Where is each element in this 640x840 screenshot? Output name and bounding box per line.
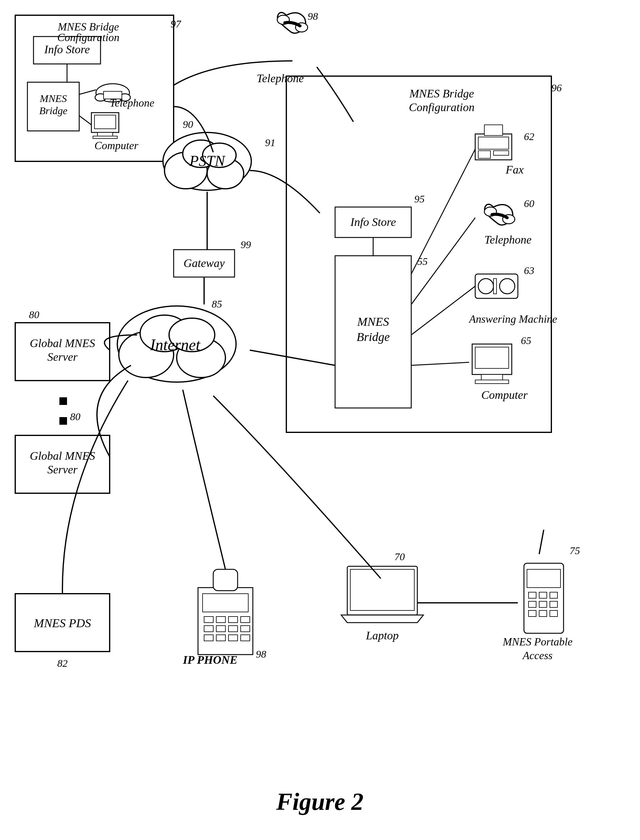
svg-rect-97 bbox=[216, 626, 226, 632]
svg-rect-51 bbox=[481, 374, 502, 380]
svg-text:MNES Bridge: MNES Bridge bbox=[58, 21, 119, 33]
svg-line-108 bbox=[539, 530, 544, 554]
svg-text:Access: Access bbox=[522, 649, 553, 661]
svg-rect-52 bbox=[475, 380, 509, 383]
svg-text:Computer: Computer bbox=[94, 139, 139, 152]
svg-text:Global MNES: Global MNES bbox=[30, 449, 95, 462]
svg-rect-47 bbox=[493, 279, 496, 294]
svg-text:55: 55 bbox=[417, 256, 428, 267]
svg-rect-106 bbox=[350, 569, 414, 610]
svg-point-46 bbox=[499, 279, 515, 294]
svg-text:75: 75 bbox=[570, 545, 580, 556]
svg-text:Telephone: Telephone bbox=[257, 72, 304, 85]
svg-text:Figure 2: Figure 2 bbox=[276, 788, 364, 815]
svg-rect-92 bbox=[204, 616, 213, 623]
svg-text:96: 96 bbox=[551, 82, 562, 93]
svg-text:95: 95 bbox=[414, 193, 425, 204]
svg-rect-112 bbox=[539, 592, 547, 598]
svg-text:PSTN: PSTN bbox=[189, 152, 226, 169]
svg-text:Info Store: Info Store bbox=[350, 216, 396, 228]
svg-text:MNES: MNES bbox=[40, 93, 67, 104]
svg-rect-114 bbox=[528, 601, 536, 607]
svg-text:MNES Portable: MNES Portable bbox=[502, 636, 573, 648]
svg-text:Configuration: Configuration bbox=[57, 31, 119, 43]
svg-point-45 bbox=[478, 279, 493, 294]
svg-rect-36 bbox=[478, 137, 509, 149]
svg-rect-13 bbox=[98, 133, 113, 136]
svg-rect-14 bbox=[93, 136, 117, 139]
svg-text:MNES Bridge: MNES Bridge bbox=[409, 87, 474, 100]
svg-text:98: 98 bbox=[256, 648, 266, 660]
svg-text:MNES: MNES bbox=[357, 315, 389, 329]
svg-text:63: 63 bbox=[524, 265, 534, 276]
svg-text:Gateway: Gateway bbox=[183, 257, 224, 270]
svg-text:Laptop: Laptop bbox=[366, 629, 399, 642]
diagram-container: Info Store MNES Bridge MNES Bridg bbox=[0, 0, 640, 840]
svg-text:80: 80 bbox=[29, 309, 39, 320]
svg-text:Internet: Internet bbox=[150, 336, 201, 353]
svg-text:60: 60 bbox=[524, 198, 534, 209]
svg-rect-119 bbox=[550, 610, 557, 616]
svg-text:Bridge: Bridge bbox=[39, 105, 68, 116]
svg-rect-98 bbox=[229, 626, 238, 632]
svg-text:Fax: Fax bbox=[506, 163, 524, 176]
svg-rect-37 bbox=[478, 151, 490, 158]
svg-text:Bridge: Bridge bbox=[357, 330, 390, 344]
svg-rect-93 bbox=[216, 616, 226, 623]
svg-rect-102 bbox=[229, 635, 238, 641]
svg-rect-115 bbox=[539, 601, 547, 607]
svg-rect-91 bbox=[203, 594, 248, 612]
svg-rect-23 bbox=[286, 76, 551, 432]
svg-rect-99 bbox=[241, 626, 250, 632]
svg-rect-113 bbox=[550, 592, 557, 598]
svg-rect-12 bbox=[94, 115, 116, 129]
svg-rect-103 bbox=[241, 635, 250, 641]
svg-rect-110 bbox=[527, 569, 560, 588]
svg-rect-90 bbox=[213, 569, 238, 591]
svg-rect-96 bbox=[204, 626, 213, 632]
svg-text:85: 85 bbox=[212, 299, 222, 310]
svg-text:Server: Server bbox=[47, 350, 77, 363]
svg-rect-116 bbox=[550, 601, 557, 607]
svg-text:99: 99 bbox=[241, 239, 251, 250]
svg-rect-80 bbox=[59, 397, 67, 405]
svg-text:MNES PDS: MNES PDS bbox=[34, 616, 91, 630]
svg-text:Computer: Computer bbox=[481, 388, 528, 401]
svg-text:82: 82 bbox=[57, 658, 68, 669]
svg-text:Info Store: Info Store bbox=[44, 43, 90, 56]
svg-text:91: 91 bbox=[265, 137, 275, 148]
svg-text:98: 98 bbox=[308, 11, 318, 22]
svg-text:Server: Server bbox=[47, 463, 77, 476]
svg-text:IP PHONE: IP PHONE bbox=[182, 653, 237, 666]
svg-text:Answering Machine: Answering Machine bbox=[469, 313, 557, 325]
svg-text:90: 90 bbox=[183, 119, 193, 130]
svg-text:Configuration: Configuration bbox=[409, 101, 474, 113]
svg-rect-95 bbox=[241, 616, 250, 623]
svg-text:Global MNES: Global MNES bbox=[30, 337, 95, 350]
svg-rect-117 bbox=[528, 610, 536, 616]
svg-rect-101 bbox=[216, 635, 226, 641]
svg-rect-81 bbox=[59, 417, 67, 425]
svg-text:Telephone: Telephone bbox=[484, 233, 531, 246]
svg-text:62: 62 bbox=[524, 131, 534, 142]
svg-text:Telephone: Telephone bbox=[110, 97, 154, 109]
svg-text:97: 97 bbox=[171, 18, 182, 30]
svg-rect-100 bbox=[204, 635, 213, 641]
svg-text:70: 70 bbox=[395, 551, 405, 562]
svg-rect-118 bbox=[539, 610, 547, 616]
svg-rect-50 bbox=[475, 347, 509, 368]
svg-text:80: 80 bbox=[70, 411, 80, 422]
svg-rect-38 bbox=[493, 151, 509, 155]
svg-rect-94 bbox=[229, 616, 238, 623]
svg-text:65: 65 bbox=[521, 335, 531, 346]
svg-rect-111 bbox=[528, 592, 536, 598]
svg-rect-39 bbox=[484, 125, 502, 136]
